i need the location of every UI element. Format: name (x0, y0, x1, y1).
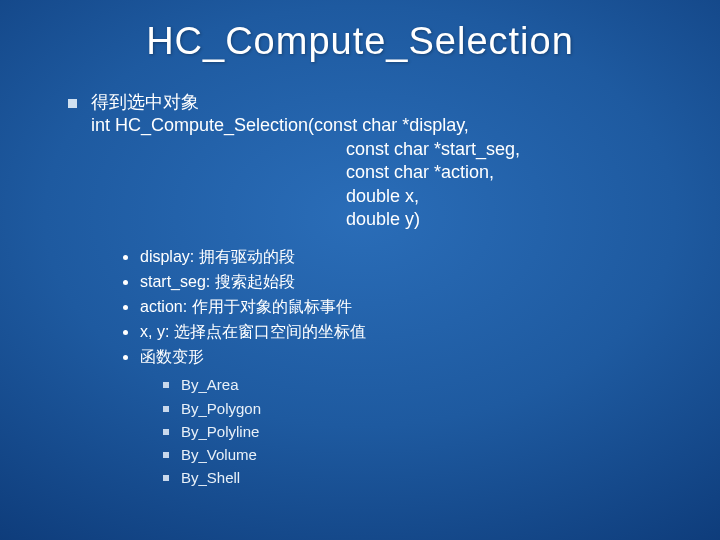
variant-text: By_Area (181, 373, 239, 396)
slide-title: HC_Compute_Selection (40, 20, 680, 63)
variant-text: By_Polyline (181, 420, 259, 443)
param-item: x, y: 选择点在窗口空间的坐标值 (123, 320, 680, 345)
signature-param: double y) (346, 208, 680, 231)
dot-bullet-icon (123, 255, 128, 260)
dot-bullet-icon (123, 280, 128, 285)
variant-item: By_Polygon (163, 397, 680, 420)
slide: HC_Compute_Selection 得到选中对象 int HC_Compu… (0, 0, 720, 540)
signature-line: int HC_Compute_Selection(const char *dis… (91, 114, 680, 137)
square-bullet-small-icon (163, 429, 169, 435)
square-bullet-small-icon (163, 406, 169, 412)
param-text: display: 拥有驱动的段 (140, 245, 295, 270)
param-item: display: 拥有驱动的段 (123, 245, 680, 270)
param-text: start_seg: 搜索起始段 (140, 270, 295, 295)
variant-item: By_Volume (163, 443, 680, 466)
param-text: action: 作用于对象的鼠标事件 (140, 295, 352, 320)
square-bullet-small-icon (163, 452, 169, 458)
variant-item: By_Polyline (163, 420, 680, 443)
square-bullet-small-icon (163, 382, 169, 388)
signature-param: const char *start_seg, (346, 138, 680, 161)
param-item: 函数变形 (123, 345, 680, 370)
param-item: action: 作用于对象的鼠标事件 (123, 295, 680, 320)
variants-list: By_Area By_Polygon By_Polyline By_Volume… (163, 373, 680, 489)
variant-text: By_Shell (181, 466, 240, 489)
dot-bullet-icon (123, 305, 128, 310)
main-content: 得到选中对象 int HC_Compute_Selection(const ch… (91, 91, 680, 490)
params-list: display: 拥有驱动的段 start_seg: 搜索起始段 action:… (123, 245, 680, 369)
description-text: 得到选中对象 (91, 91, 680, 114)
variant-text: By_Polygon (181, 397, 261, 420)
dot-bullet-icon (123, 330, 128, 335)
signature-param: const char *action, (346, 161, 680, 184)
param-text: x, y: 选择点在窗口空间的坐标值 (140, 320, 366, 345)
param-item: start_seg: 搜索起始段 (123, 270, 680, 295)
variant-item: By_Area (163, 373, 680, 396)
main-block: 得到选中对象 int HC_Compute_Selection(const ch… (68, 91, 680, 490)
variant-item: By_Shell (163, 466, 680, 489)
signature-param: double x, (346, 185, 680, 208)
dot-bullet-icon (123, 355, 128, 360)
square-bullet-icon (68, 99, 77, 108)
param-text: 函数变形 (140, 345, 204, 370)
variant-text: By_Volume (181, 443, 257, 466)
square-bullet-small-icon (163, 475, 169, 481)
